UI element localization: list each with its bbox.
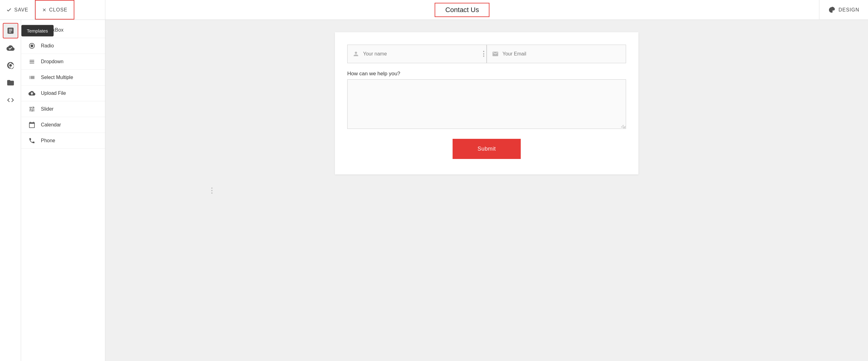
help-label: How can we help you?: [347, 71, 626, 77]
name-email-row: ⋮: [347, 44, 626, 63]
side-drag-handle[interactable]: [211, 187, 213, 194]
email-field[interactable]: [487, 44, 626, 63]
design-label: DESIGN: [839, 7, 859, 13]
submit-area: Submit: [347, 139, 626, 159]
panel-sidebar: CheckBox Radio Dropdown Select Multiple …: [21, 20, 105, 361]
content-area: ⋮ How can we help you? ⊿: [105, 20, 868, 361]
design-button[interactable]: DESIGN: [819, 0, 868, 20]
panel-item-radio-label: Radio: [41, 43, 54, 49]
close-label: CLOSE: [49, 7, 67, 13]
title-area: Contact Us: [105, 3, 819, 17]
name-input[interactable]: [363, 51, 482, 57]
save-button[interactable]: SAVE: [0, 0, 35, 20]
sidebar-item-compass[interactable]: [3, 58, 18, 73]
svg-point-2: [830, 9, 831, 10]
close-button[interactable]: CLOSE: [35, 0, 74, 20]
help-textarea[interactable]: [347, 79, 626, 129]
main-layout: Templates CheckBox Radio: [0, 20, 868, 361]
panel-item-select-multiple-label: Select Multiple: [41, 75, 73, 80]
form-title[interactable]: Contact Us: [435, 3, 490, 17]
panel-item-calendar[interactable]: Calendar: [21, 117, 105, 133]
panel-item-dropdown[interactable]: Dropdown: [21, 54, 105, 70]
panel-item-slider-label: Slider: [41, 106, 54, 112]
panel-item-upload-file[interactable]: Upload File: [21, 86, 105, 101]
templates-tooltip: Templates: [21, 25, 54, 36]
row-drag-handle[interactable]: ⋮: [480, 50, 488, 58]
icon-sidebar: Templates: [0, 20, 21, 361]
panel-item-dropdown-label: Dropdown: [41, 59, 63, 64]
save-label: SAVE: [14, 7, 29, 13]
form-container: ⋮ How can we help you? ⊿: [335, 32, 639, 175]
panel-item-radio[interactable]: Radio: [21, 38, 105, 54]
name-field[interactable]: [347, 44, 487, 63]
sidebar-item-templates[interactable]: Templates: [3, 23, 18, 38]
top-bar-left: SAVE CLOSE: [0, 0, 105, 20]
svg-point-5: [833, 9, 834, 10]
sidebar-item-code[interactable]: [3, 92, 18, 108]
sidebar-item-folder[interactable]: [3, 75, 18, 90]
panel-item-upload-file-label: Upload File: [41, 90, 66, 96]
panel-item-phone-label: Phone: [41, 138, 55, 144]
panel-item-select-multiple[interactable]: Select Multiple: [21, 70, 105, 86]
submit-button[interactable]: Submit: [453, 139, 520, 159]
panel-item-calendar-label: Calendar: [41, 122, 61, 128]
email-input[interactable]: [502, 51, 621, 57]
textarea-section: How can we help you? ⊿: [347, 71, 626, 130]
svg-point-3: [831, 8, 832, 9]
panel-item-slider[interactable]: Slider: [21, 101, 105, 117]
sidebar-item-check[interactable]: [3, 40, 18, 56]
svg-point-6: [30, 44, 33, 47]
panel-item-phone[interactable]: Phone: [21, 133, 105, 149]
resize-indicator: ⊿: [620, 123, 624, 128]
svg-point-4: [832, 8, 833, 9]
top-bar: SAVE CLOSE Contact Us DESIGN: [0, 0, 868, 20]
